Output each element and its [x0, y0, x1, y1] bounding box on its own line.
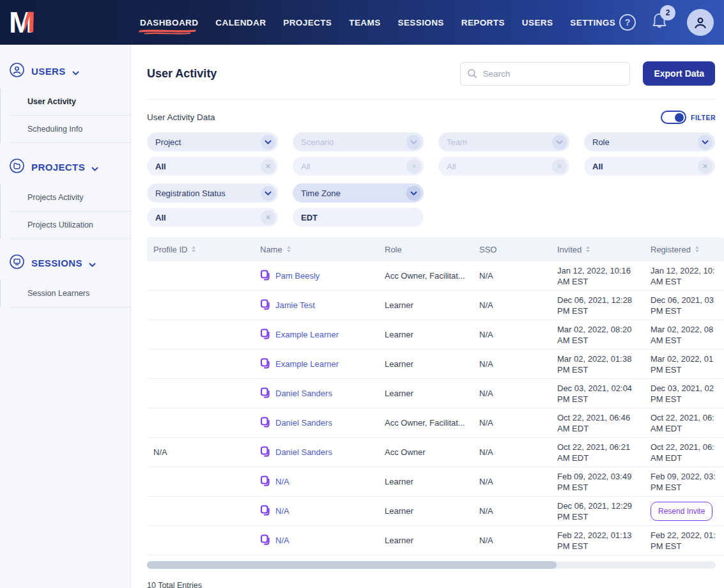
registered-cell: Dec 03, 2021, 02PM EST [644, 383, 724, 405]
filter-dropdown-registration-status[interactable]: Registration Status [147, 183, 278, 203]
copy-profile-icon[interactable] [260, 476, 270, 488]
nav-item-dashboard[interactable]: DASHBOARD [140, 18, 198, 27]
filter-dropdown-team[interactable]: Team [438, 132, 569, 151]
clear-filter-icon[interactable]: ✕ [406, 159, 421, 174]
sso-cell: N/A [473, 330, 551, 339]
clear-filter-icon[interactable]: ✕ [261, 159, 275, 174]
filter-label: Scenario [301, 137, 334, 147]
clear-filter-icon[interactable]: ✕ [698, 159, 712, 174]
nav-item-calendar[interactable]: CALENDAR [215, 18, 266, 27]
nav-item-teams[interactable]: TEAMS [349, 18, 380, 27]
column-label: Profile ID [153, 245, 187, 254]
help-icon[interactable]: ? [619, 14, 636, 31]
filter-dropdown-role[interactable]: Role [584, 132, 715, 151]
user-name-link[interactable]: Daniel Sanders [275, 389, 332, 398]
nav-item-reports[interactable]: REPORTS [461, 18, 505, 27]
clear-filter-icon[interactable]: ✕ [552, 159, 567, 174]
sidebar-item-projects-utilization[interactable]: Projects Utilization [10, 212, 130, 239]
user-name-link[interactable]: N/A [275, 477, 289, 486]
search-input[interactable] [482, 69, 623, 79]
resend-invite-button[interactable]: Resend Invite [651, 502, 712, 521]
role-cell: Learner [378, 536, 473, 545]
registered-cell: Feb 09, 2022, 03:PM EST [644, 471, 724, 493]
nav-item-sessions[interactable]: SESSIONS [398, 18, 444, 27]
filter-dropdown-scenario[interactable]: Scenario [293, 132, 424, 151]
nav-right-group: ? 2 [619, 9, 714, 36]
sidebar-section-projects[interactable]: PROJECTS [0, 150, 130, 184]
filter-value-chip[interactable]: All✕ [147, 208, 278, 227]
filter-group-time-zone: Time ZoneEDT✕ [293, 183, 424, 227]
user-name-link[interactable]: Pam Beesly [275, 271, 320, 281]
filter-value-chip[interactable]: All✕ [293, 157, 424, 176]
sidebar-item-session-learners[interactable]: Session Learners [10, 280, 130, 307]
user-avatar[interactable] [687, 9, 714, 36]
sidebar-item-user-activity[interactable]: User Activity [10, 88, 130, 116]
name-cell: Daniel Sanders [254, 417, 378, 429]
filter-value-chip[interactable]: All✕ [147, 157, 278, 176]
scrollbar-thumb[interactable] [147, 561, 557, 569]
copy-profile-icon[interactable] [260, 358, 270, 371]
filter-value-chip[interactable]: All✕ [584, 157, 715, 176]
column-header-name[interactable]: Name [254, 245, 378, 254]
copy-profile-icon[interactable] [260, 446, 270, 459]
sidebar-section-sessions[interactable]: SESSIONS [0, 245, 130, 280]
table-row: Daniel SandersLearnerN/ADec 03, 2021, 02… [147, 379, 724, 408]
toggle-switch[interactable] [661, 111, 686, 124]
active-underline-scribble [139, 29, 196, 35]
role-cell: Acc Owner [378, 447, 473, 457]
app-logo[interactable]: M M [9, 6, 49, 39]
clear-filter-icon[interactable]: ✕ [261, 210, 275, 225]
column-header-profile-id[interactable]: Profile ID [147, 245, 254, 254]
user-name-link[interactable]: Example Learner [275, 330, 339, 339]
user-name-link[interactable]: Jamie Test [275, 300, 315, 310]
sort-icon[interactable] [192, 246, 196, 252]
role-cell: Learner [378, 359, 473, 369]
filter-toggle[interactable]: FILTER [661, 111, 716, 124]
sidebar-item-projects-activity[interactable]: Projects Activity [10, 184, 130, 212]
sidebar-section-users[interactable]: USERS [0, 54, 130, 88]
filter-value-chip[interactable]: EDT✕ [293, 208, 424, 227]
page-header: User Activity Export Data [147, 45, 724, 86]
nav-item-projects[interactable]: PROJECTS [283, 18, 332, 27]
user-name-link[interactable]: Daniel Sanders [275, 418, 332, 428]
filter-group-project: ProjectAll✕ [147, 132, 278, 176]
registered-cell: Mar 02, 2022, 01PM EST [644, 353, 724, 375]
sort-icon[interactable] [695, 246, 699, 252]
copy-profile-icon[interactable] [260, 534, 270, 547]
copy-profile-icon[interactable] [260, 417, 270, 429]
copy-profile-icon[interactable] [260, 329, 270, 341]
notifications-bell[interactable]: 2 [651, 12, 668, 33]
column-header-invited[interactable]: Invited [551, 245, 644, 254]
copy-profile-icon[interactable] [260, 387, 270, 400]
filter-value: All [155, 213, 166, 222]
user-name-link[interactable]: Daniel Sanders [275, 447, 332, 457]
nav-item-settings[interactable]: SETTINGS [570, 18, 615, 27]
export-data-button[interactable]: Export Data [643, 61, 715, 86]
section-row: User Activity Data FILTER [147, 111, 716, 124]
filter-dropdown-project[interactable]: Project [147, 132, 278, 151]
nav-item-label: SESSIONS [398, 18, 444, 27]
copy-profile-icon[interactable] [260, 299, 270, 312]
user-name-link[interactable]: Example Learner [275, 359, 339, 369]
column-label: Name [260, 245, 282, 254]
sort-icon[interactable] [586, 246, 590, 252]
invited-cell: Feb 09, 2022, 03:49PM EST [551, 471, 644, 493]
filter-dropdown-time-zone[interactable]: Time Zone [293, 183, 424, 203]
invited-cell: Oct 22, 2021, 06:46AM EDT [551, 412, 644, 434]
sidebar-section-label: USERS [31, 66, 66, 77]
sort-icon[interactable] [287, 246, 291, 252]
copy-profile-icon[interactable] [260, 505, 270, 518]
user-name-link[interactable]: N/A [275, 536, 289, 545]
sidebar-item-scheduling-info[interactable]: Scheduling Info [10, 116, 130, 143]
horizontal-scrollbar [147, 561, 716, 569]
nav-item-label: TEAMS [349, 18, 380, 27]
nav-item-label: CALENDAR [215, 18, 266, 27]
sidebar: USERSUser ActivityScheduling InfoPROJECT… [0, 45, 131, 588]
main-nav-menu: DASHBOARDCALENDARPROJECTSTEAMSSESSIONSRE… [140, 18, 615, 27]
column-header-registered[interactable]: Registered [644, 245, 724, 254]
copy-profile-icon[interactable] [260, 270, 270, 282]
user-name-link[interactable]: N/A [275, 506, 289, 516]
nav-item-users[interactable]: USERS [522, 18, 553, 27]
filter-value-chip[interactable]: All✕ [438, 157, 569, 176]
chevron-down-icon [261, 135, 275, 150]
